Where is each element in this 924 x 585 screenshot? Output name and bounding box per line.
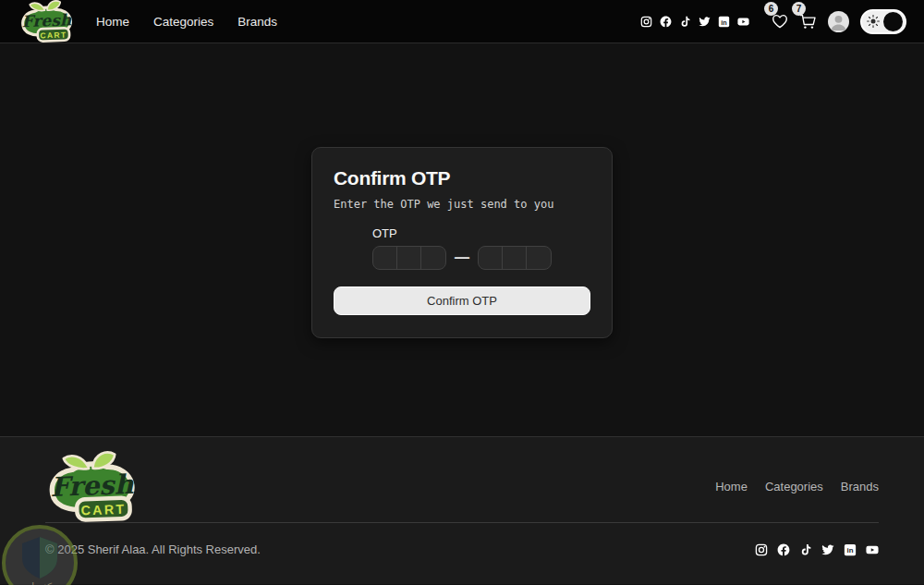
confirm-otp-button[interactable]: Confirm OTP bbox=[334, 286, 590, 315]
cart-icon bbox=[799, 13, 817, 30]
linkedin-icon[interactable] bbox=[718, 16, 730, 28]
otp-input-section: OTP — bbox=[372, 226, 552, 270]
footer-link-brands[interactable]: Brands bbox=[841, 480, 879, 494]
tiktok-icon[interactable] bbox=[679, 16, 691, 28]
otp-separator: — bbox=[455, 250, 469, 265]
twitter-icon[interactable] bbox=[699, 16, 711, 28]
wishlist-count-badge: 6 bbox=[764, 2, 778, 16]
header-social-links bbox=[640, 16, 749, 28]
cart-button[interactable]: 7 bbox=[799, 13, 817, 30]
page-footer: Home Categories Brands © 2025 Sherif Ala… bbox=[0, 436, 924, 584]
brand-logo[interactable] bbox=[18, 0, 76, 43]
otp-label: OTP bbox=[372, 226, 552, 240]
main-content: Confirm OTP Enter the OTP we just send t… bbox=[0, 43, 924, 436]
main-nav: Home Categories Brands bbox=[96, 15, 277, 29]
cart-count-badge: 7 bbox=[792, 2, 806, 16]
footer-brand-logo[interactable] bbox=[45, 451, 139, 522]
otp-card-title: Confirm OTP bbox=[334, 167, 590, 189]
nav-link-brands[interactable]: Brands bbox=[237, 15, 277, 29]
user-avatar[interactable] bbox=[828, 11, 849, 32]
otp-input-1[interactable] bbox=[373, 247, 397, 269]
footer-link-home[interactable]: Home bbox=[715, 480, 748, 494]
twitter-icon[interactable] bbox=[821, 543, 834, 556]
footer-nav: Home Categories Brands bbox=[715, 480, 879, 494]
otp-input-2[interactable] bbox=[397, 247, 421, 269]
otp-input-6[interactable] bbox=[527, 247, 551, 269]
otp-input-4[interactable] bbox=[479, 247, 503, 269]
theme-toggle[interactable] bbox=[860, 9, 906, 34]
copyright-text: © 2025 Sherif Alaa. All Rights Reserved. bbox=[45, 542, 261, 556]
footer-divider bbox=[45, 522, 879, 523]
otp-input-5[interactable] bbox=[503, 247, 527, 269]
footer-link-categories[interactable]: Categories bbox=[765, 480, 823, 494]
otp-input-3[interactable] bbox=[421, 247, 445, 269]
confirm-otp-card: Confirm OTP Enter the OTP we just send t… bbox=[311, 147, 613, 338]
facebook-icon[interactable] bbox=[777, 543, 790, 556]
otp-group-1 bbox=[372, 246, 446, 270]
top-navbar: Home Categories Brands 6 7 bbox=[0, 0, 924, 43]
linkedin-icon[interactable] bbox=[844, 543, 857, 556]
freshcart-logo-icon bbox=[18, 0, 76, 43]
instagram-icon[interactable] bbox=[755, 543, 768, 556]
header-actions: 6 7 bbox=[640, 9, 906, 34]
youtube-icon[interactable] bbox=[737, 16, 749, 28]
sun-icon bbox=[867, 15, 880, 28]
person-icon bbox=[828, 11, 849, 32]
instagram-icon[interactable] bbox=[640, 16, 652, 28]
nav-link-categories[interactable]: Categories bbox=[153, 15, 213, 29]
youtube-icon[interactable] bbox=[866, 543, 879, 556]
footer-social-links bbox=[755, 543, 879, 556]
otp-inputs-row: — bbox=[372, 246, 552, 270]
wishlist-button[interactable]: 6 bbox=[772, 13, 788, 30]
toggle-knob bbox=[883, 12, 903, 31]
facebook-icon[interactable] bbox=[660, 16, 672, 28]
nav-link-home[interactable]: Home bbox=[96, 15, 129, 29]
heart-icon bbox=[772, 13, 788, 30]
otp-group-2 bbox=[478, 246, 552, 270]
tiktok-icon[interactable] bbox=[799, 543, 812, 556]
freshcart-logo-icon bbox=[45, 451, 139, 522]
otp-card-subtitle: Enter the OTP we just send to you bbox=[334, 198, 590, 211]
